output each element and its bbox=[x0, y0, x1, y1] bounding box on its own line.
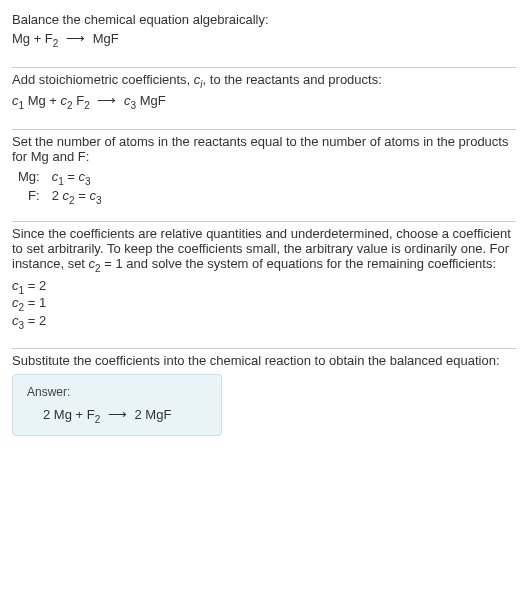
text: = 1 bbox=[101, 256, 123, 271]
section-result: Substitute the coefficients into the che… bbox=[12, 349, 516, 450]
text: MgF bbox=[136, 93, 166, 108]
subscript: 2 bbox=[84, 100, 90, 111]
text: F bbox=[73, 93, 85, 108]
coef-value: c1 = 2 bbox=[12, 278, 516, 296]
table-row: Mg: c1 = c3 bbox=[12, 168, 107, 188]
text: = 2 bbox=[24, 313, 46, 328]
text: Add stoichiometric coefficients, bbox=[12, 72, 194, 87]
text: Mg + bbox=[24, 93, 61, 108]
subscript: 3 bbox=[96, 195, 102, 206]
text: = bbox=[64, 169, 79, 184]
balanced-equation: 2 Mg + F2 ⟶ 2 MgF bbox=[27, 407, 207, 425]
section-atom-balance: Set the number of atoms in the reactants… bbox=[12, 130, 516, 221]
coef-value: c2 = 1 bbox=[12, 295, 516, 313]
section-balance-intro: Balance the chemical equation algebraica… bbox=[12, 8, 516, 67]
subscript: 2 bbox=[95, 414, 101, 425]
text: and solve the system of equations for th… bbox=[123, 256, 496, 271]
answer-box: Answer: 2 Mg + F2 ⟶ 2 MgF bbox=[12, 374, 222, 436]
reaction-arrow: ⟶ bbox=[108, 407, 127, 422]
eq-lhs: Mg + F bbox=[12, 31, 53, 46]
subscript: 2 bbox=[53, 38, 59, 49]
eq-rhs: 2 MgF bbox=[134, 407, 171, 422]
coefficient-equation: c1 Mg + c2 F2 ⟶ c3 MgF bbox=[12, 93, 516, 111]
instruction-text: Balance the chemical equation algebraica… bbox=[12, 12, 516, 27]
reaction-arrow: ⟶ bbox=[97, 93, 116, 108]
text: = 2 bbox=[24, 278, 46, 293]
instruction-text: Add stoichiometric coefficients, ci, to … bbox=[12, 72, 516, 90]
element-label: Mg: bbox=[12, 168, 46, 188]
text: 2 bbox=[52, 188, 63, 203]
instruction-text: Since the coefficients are relative quan… bbox=[12, 226, 516, 274]
text: = 1 bbox=[24, 295, 46, 310]
eq-lhs: 2 Mg + F bbox=[43, 407, 95, 422]
text: = bbox=[75, 188, 90, 203]
unbalanced-equation: Mg + F2 ⟶ MgF bbox=[12, 31, 516, 49]
equation-cell: c1 = c3 bbox=[46, 168, 108, 188]
section-solve: Since the coefficients are relative quan… bbox=[12, 222, 516, 348]
coef-value: c3 = 2 bbox=[12, 313, 516, 331]
equation-cell: 2 c2 = c3 bbox=[46, 187, 108, 207]
element-label: F: bbox=[12, 187, 46, 207]
text: , to the reactants and products: bbox=[203, 72, 382, 87]
answer-label: Answer: bbox=[27, 385, 207, 399]
eq-rhs: MgF bbox=[93, 31, 119, 46]
atom-equations: Mg: c1 = c3 F: 2 c2 = c3 bbox=[12, 168, 107, 207]
reaction-arrow: ⟶ bbox=[66, 31, 85, 46]
table-row: F: 2 c2 = c3 bbox=[12, 187, 107, 207]
instruction-text: Substitute the coefficients into the che… bbox=[12, 353, 516, 368]
instruction-text: Set the number of atoms in the reactants… bbox=[12, 134, 516, 164]
coefficient-values: c1 = 2 c2 = 1 c3 = 2 bbox=[12, 278, 516, 331]
subscript: 3 bbox=[85, 175, 91, 186]
section-add-coefficients: Add stoichiometric coefficients, ci, to … bbox=[12, 68, 516, 129]
